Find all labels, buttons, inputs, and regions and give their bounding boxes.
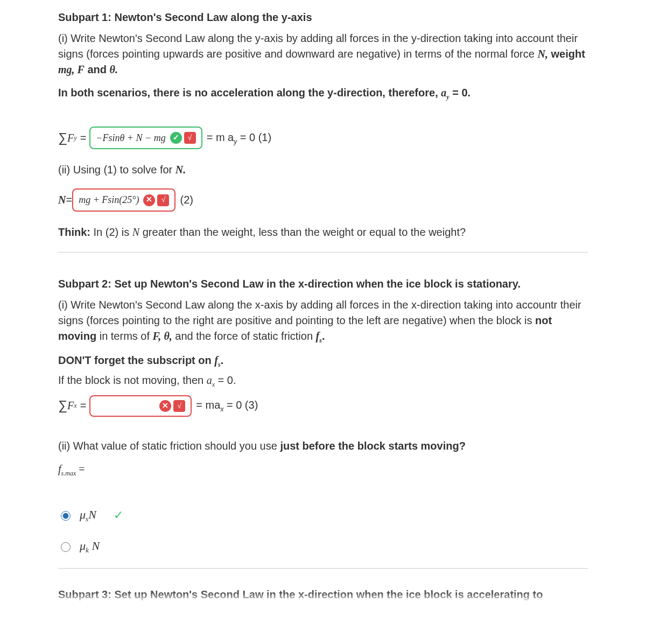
subpart2-condition: If the block is not moving, then ax = 0. xyxy=(58,373,588,389)
s1p1-N: N, xyxy=(537,48,547,60)
radio-option-2[interactable]: μk N xyxy=(58,537,588,556)
fsmax-eq: = xyxy=(76,463,85,475)
s2p1-fs-tail: . xyxy=(322,330,325,342)
fsmax-sub: s.max xyxy=(61,470,76,477)
radio-label-1: μsN xyxy=(80,506,96,524)
s2p3-tail: = 0. xyxy=(218,374,236,386)
s1p1-and: and xyxy=(87,64,109,75)
s2p1-mid2: and the force of static friction xyxy=(175,330,315,342)
s1p1-theta: θ. xyxy=(110,64,118,75)
radio-option-1[interactable]: μsN ✓ xyxy=(58,506,588,524)
s1p1-text: (i) Write Newton's Second Law along the … xyxy=(58,32,578,60)
r1-N: N xyxy=(88,508,96,521)
subpart2-title: Subpart 2: Set up Newton's Second Law in… xyxy=(58,276,588,292)
subpart1-paragraph-3: (ii) Using (1) to solve for N. xyxy=(58,162,588,178)
s2p3-sub: x xyxy=(212,381,215,388)
s2p2-fs-f: f xyxy=(214,354,218,366)
subpart2-paragraph-1: (i) Write Newton's Second Law along the … xyxy=(58,297,588,345)
eq3-after: = ma xyxy=(196,399,220,411)
subpart2-q2: (ii) What value of static friction shoul… xyxy=(58,438,588,454)
s1p1-F: F xyxy=(78,64,85,75)
eq3-Fx-sub: x xyxy=(74,401,76,410)
eq2-equals: = xyxy=(66,192,72,208)
think-N: N xyxy=(132,226,139,238)
help-icon[interactable]: √ xyxy=(173,400,185,412)
eq1-Fy-sub: y xyxy=(74,134,76,143)
s2p3-a: a xyxy=(207,374,212,386)
s2p2-pre: DON'T forget the subscript on xyxy=(58,354,214,366)
s2q2-pre: (ii) What value of static friction shoul… xyxy=(58,440,280,452)
eq1-answer-content: −Fsinθ + N − mg xyxy=(96,131,165,145)
eq1-after: = m a xyxy=(207,131,234,143)
sigma-symbol: ∑ xyxy=(58,129,67,148)
s2p3-pre: If the block is not moving, then xyxy=(58,374,207,386)
think-tail: greater than the weight, less than the w… xyxy=(143,226,466,238)
help-icon[interactable]: √ xyxy=(157,194,169,206)
s1p1-mg: mg, xyxy=(58,64,78,75)
eq1-equals: = xyxy=(80,130,87,146)
equation-2-row: N = mg + Fsin(25°) ✕ √ (2) xyxy=(58,188,588,211)
eq3-answer-box[interactable]: ✕ √ xyxy=(89,395,192,417)
s1p3-text: (ii) Using (1) to solve for xyxy=(58,164,175,176)
s1p1-weight: weight xyxy=(551,48,585,60)
s1p2-pre: In both scenarios, there is no accelerat… xyxy=(58,87,441,99)
s1p2-eq0: = 0. xyxy=(452,87,471,99)
subpart1-title: Subpart 1: Newton's Second Law along the… xyxy=(58,10,588,25)
s2p1-theta: θ, xyxy=(164,330,172,342)
eq3-equals: = xyxy=(80,398,87,414)
subpart3-title: Subpart 3: Set up Newton's Second Law in… xyxy=(58,587,588,603)
subpart2-hint: DON'T forget the subscript on fs. xyxy=(58,353,588,369)
eq2-answer-content: mg + Fsin(25°) xyxy=(79,193,139,207)
subpart1-paragraph-1: (i) Write Newton's Second Law along the … xyxy=(58,31,588,78)
radio-input-2[interactable] xyxy=(61,542,71,552)
subpart-1: Subpart 1: Newton's Second Law along the… xyxy=(58,10,588,253)
radio-label-2: μk N xyxy=(80,537,100,556)
equation-3-row: ∑ Fx = ✕ √ = max = 0 (3) xyxy=(58,395,588,417)
sigma-symbol: ∑ xyxy=(58,396,67,415)
eq3-F: F xyxy=(67,398,74,414)
eq1-F: F xyxy=(67,130,74,146)
s1p3-N: N. xyxy=(175,164,186,176)
s2p1-F: F, xyxy=(153,330,164,342)
eq1-rhs: = m ay = 0 (1) xyxy=(207,130,272,146)
subpart1-paragraph-2: In both scenarios, there is no accelerat… xyxy=(58,85,588,102)
think-text: In (2) is xyxy=(94,226,132,238)
subpart1-think: Think: In (2) is N greater than the weig… xyxy=(58,225,588,240)
s1p2-aysub: y xyxy=(446,93,449,101)
eq2-after: (2) xyxy=(180,192,193,208)
incorrect-icon: ✕ xyxy=(143,194,155,206)
s1p2-ay: a xyxy=(441,87,446,99)
help-icon[interactable]: √ xyxy=(184,132,196,144)
r2-mu: μ xyxy=(80,539,86,552)
correct-icon: ✓ xyxy=(170,132,182,144)
divider xyxy=(58,252,588,253)
equation-1-row: ∑ Fy = −Fsinθ + N − mg ✓ √ = m ay = 0 (1… xyxy=(58,127,588,149)
correct-check-icon: ✓ xyxy=(114,507,123,524)
eq2-N: N xyxy=(58,192,66,208)
divider xyxy=(58,568,588,569)
subpart-2: Subpart 2: Set up Newton's Second Law in… xyxy=(58,276,588,569)
eq2-answer-box[interactable]: mg + Fsin(25°) ✕ √ xyxy=(72,188,175,211)
s2p1-pre: (i) Write Newton's Second Law along the … xyxy=(58,299,581,326)
eq1-answer-box[interactable]: −Fsinθ + N − mg ✓ √ xyxy=(89,127,202,149)
eq3-after-tail: = 0 (3) xyxy=(223,399,258,411)
eq1-after-tail: = 0 (1) xyxy=(237,131,271,143)
eq3-rhs: = max = 0 (3) xyxy=(196,397,258,414)
incorrect-icon: ✕ xyxy=(159,400,171,412)
r2-N: N xyxy=(89,539,100,552)
s2p1-mid: in terms of xyxy=(100,330,153,342)
radio-group: μsN ✓ μk N xyxy=(58,506,588,555)
s2p2-tail: . xyxy=(221,354,224,366)
s2q2-bold: just before the block starts moving? xyxy=(280,440,466,452)
think-label: Think: xyxy=(58,226,90,238)
fs-max-expr: fs.max = xyxy=(58,461,588,478)
radio-input-1[interactable] xyxy=(61,511,71,521)
r1-mu: μ xyxy=(80,508,86,521)
